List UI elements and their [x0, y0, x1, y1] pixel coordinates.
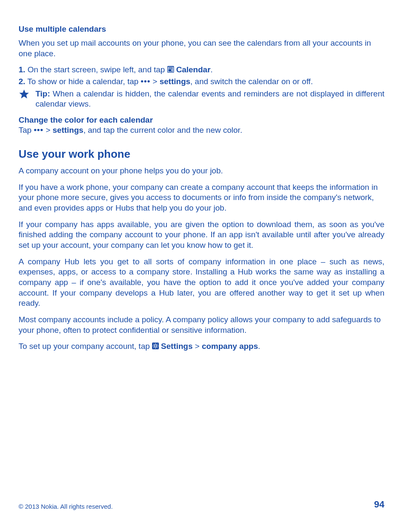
- svg-line-11: [157, 344, 158, 345]
- star-icon: [19, 89, 30, 110]
- step-2-number: 2.: [19, 77, 25, 86]
- change-color-instruction: Tap ••• > settings, and tap the current …: [19, 125, 384, 136]
- tip-label: Tip:: [35, 89, 50, 98]
- document-page: Use multiple calendars When you set up m…: [0, 0, 403, 532]
- page-footer: © 2013 Nokia. All rights reserved. 94: [19, 499, 384, 510]
- tip-body: Tip: When a calendar is hidden, the cale…: [35, 89, 384, 110]
- svg-marker-3: [19, 89, 29, 98]
- heading-change-color: Change the color for each calendar: [19, 115, 384, 125]
- p6-a: To set up your company account, tap: [19, 342, 152, 351]
- step-1-text-a: On the start screen, swipe left, and tap: [25, 65, 167, 74]
- p6-c: >: [193, 342, 202, 351]
- work-p6: To set up your company account, tap Sett…: [19, 341, 384, 352]
- tip-text: When a calendar is hidden, the calendar …: [35, 89, 384, 109]
- svg-point-4: [154, 345, 156, 347]
- cc-b: >: [44, 126, 53, 134]
- svg-line-9: [153, 344, 154, 345]
- step-1: 1. On the start screen, swipe left, and …: [19, 65, 384, 75]
- more-icon: •••: [141, 76, 150, 87]
- calendar-icon: [167, 66, 174, 73]
- work-p3: If your company has apps available, you …: [19, 219, 384, 251]
- heading-use-your-work-phone: Use your work phone: [19, 148, 384, 161]
- settings-label: settings: [53, 126, 84, 134]
- settings-app-label: Settings: [161, 342, 193, 351]
- step-1-number: 1.: [19, 65, 25, 74]
- settings-label: settings: [160, 77, 191, 86]
- svg-line-10: [157, 347, 158, 348]
- page-number: 94: [374, 499, 384, 510]
- svg-rect-2: [171, 70, 172, 71]
- copyright-text: © 2013 Nokia. All rights reserved.: [19, 503, 113, 510]
- p6-e: .: [258, 342, 260, 351]
- more-icon: •••: [34, 125, 44, 135]
- svg-line-12: [153, 347, 154, 348]
- work-p5: Most company accounts include a policy. …: [19, 315, 384, 335]
- work-p1: A company account on your phone helps yo…: [19, 166, 384, 176]
- cc-a: Tap: [19, 126, 34, 134]
- step-1-text-c: .: [210, 65, 212, 74]
- work-p4: A company Hub lets you get to all sorts …: [19, 257, 384, 309]
- heading-use-multiple-calendars: Use multiple calendars: [19, 25, 384, 34]
- company-apps-label: company apps: [202, 342, 258, 351]
- tip-block: Tip: When a calendar is hidden, the cale…: [19, 89, 384, 110]
- intro-paragraph: When you set up mail accounts on your ph…: [19, 38, 384, 59]
- step-2-text-d: , and switch the calendar on or off.: [191, 77, 313, 86]
- step-2: 2. To show or hide a calendar, tap ••• >…: [19, 76, 384, 87]
- settings-gear-icon: [152, 343, 159, 349]
- step-2-text-a: To show or hide a calendar, tap: [25, 77, 141, 86]
- work-p2: If you have a work phone, your company c…: [19, 182, 384, 214]
- step-2-text-b: >: [150, 77, 160, 86]
- cc-d: , and tap the current color and the new …: [83, 126, 242, 134]
- page-content: Use multiple calendars When you set up m…: [19, 25, 384, 499]
- calendar-label: Calendar: [176, 65, 210, 74]
